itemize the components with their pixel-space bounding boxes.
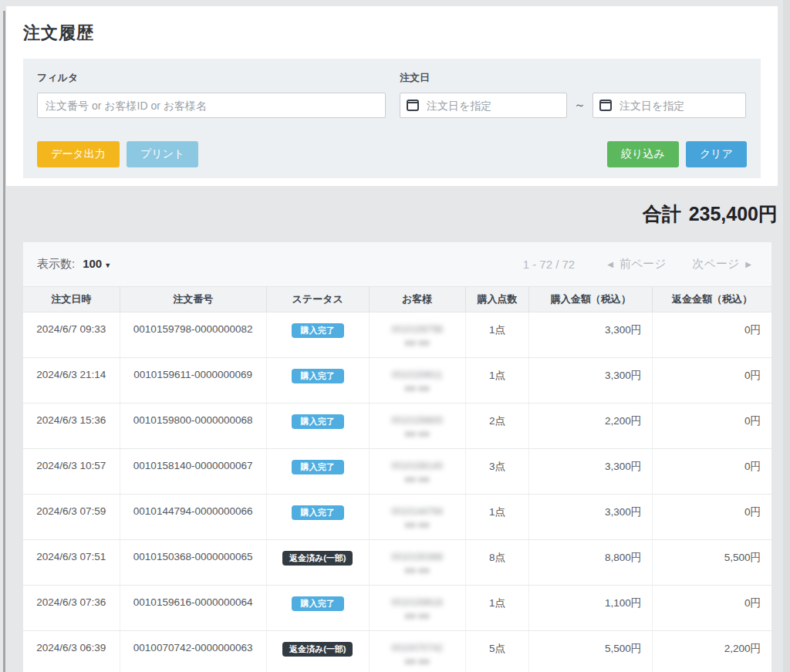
order-datetime: 2024/6/3 15:36	[23, 404, 120, 449]
refund-amount: 5,500円	[653, 540, 771, 586]
purchase-quantity: 8点	[465, 540, 528, 586]
purchase-quantity: 5点	[465, 631, 528, 672]
total-amount: 235,400円	[689, 201, 778, 227]
status-badge: 返金済み(一部)	[282, 551, 353, 566]
prev-page-label: 前ページ	[620, 257, 667, 272]
total-label: 合計	[643, 201, 681, 227]
status-badge: 購入完了	[292, 505, 344, 520]
refund-amount: 0円	[653, 586, 771, 631]
purchase-amount: 3,300円	[529, 312, 653, 358]
purchase-amount: 1,100円	[529, 586, 653, 631]
purchase-quantity: 1点	[465, 312, 528, 358]
refund-amount: 0円	[653, 358, 771, 404]
order-number: 0010158140-0000000067	[120, 449, 266, 495]
order-status: 購入完了	[266, 312, 369, 358]
order-date-from-input[interactable]	[427, 100, 560, 112]
order-row[interactable]: 2024/6/3 15:360010159800-0000000068購入完了0…	[23, 404, 771, 449]
table-header-row: 注文日時注文番号ステータスお客様購入点数購入金額（税込）返金金額（税込）	[23, 287, 771, 312]
purchase-amount: 3,300円	[529, 449, 653, 495]
apply-filter-button[interactable]: 絞り込み	[607, 141, 679, 167]
customer-redacted: 0010159800●● ●●	[369, 404, 465, 449]
order-status: 購入完了	[266, 495, 369, 540]
list-controls: 表示数: 100 ▼ 1 - 72 / 72 ◀ 前ページ 次ページ ▶	[23, 242, 771, 286]
scrollbar-track[interactable]	[783, 0, 790, 672]
refund-amount: 0円	[653, 404, 771, 449]
total-row: 合計 235,400円	[6, 186, 778, 242]
order-row[interactable]: 2024/6/3 07:590010144794-0000000066購入完了0…	[23, 495, 771, 540]
order-status: 購入完了	[266, 586, 369, 631]
purchase-quantity: 2点	[465, 404, 528, 449]
order-history-page: 注文履歴 フィルタ 注文日 ～	[6, 6, 778, 672]
order-row[interactable]: 2024/6/7 09:330010159798-0000000082購入完了0…	[23, 312, 771, 358]
status-badge: 購入完了	[292, 460, 344, 474]
order-date-to-field[interactable]	[592, 93, 746, 118]
data-export-button[interactable]: データ出力	[37, 141, 120, 167]
customer-name-redacted: ●● ●●	[374, 518, 461, 532]
order-number: 0010070742-0000000063	[120, 631, 266, 672]
next-page-button[interactable]: 次ページ ▶	[693, 257, 758, 272]
order-row[interactable]: 2024/6/3 21:140010159611-0000000069購入完了0…	[23, 358, 771, 404]
filter-card: 注文履歴 フィルタ 注文日 ～	[6, 6, 778, 186]
purchase-quantity: 1点	[465, 358, 528, 404]
window-left-border	[3, 11, 5, 672]
chevron-down-icon: ▼	[104, 262, 111, 269]
per-page-select[interactable]: 表示数: 100 ▼	[37, 257, 111, 272]
clear-filter-button[interactable]: クリア	[686, 141, 747, 167]
order-datetime: 2024/6/3 07:59	[23, 495, 120, 540]
order-status: 返金済み(一部)	[266, 540, 369, 586]
calendar-icon	[599, 100, 612, 111]
customer-name-redacted: ●● ●●	[374, 610, 461, 623]
customer-id-redacted: 0010070742	[374, 642, 461, 655]
keyword-search-input[interactable]	[37, 93, 386, 118]
column-header-6: 返金金額（税込）	[653, 287, 771, 312]
order-date-from-field[interactable]	[400, 93, 567, 118]
purchase-amount: 5,500円	[529, 631, 653, 672]
order-number: 0010144794-0000000066	[120, 495, 266, 540]
status-badge: 購入完了	[292, 323, 344, 338]
customer-redacted: 0010159611●● ●●	[369, 358, 465, 404]
column-header-0: 注文日時	[23, 287, 120, 312]
order-number: 0010159611-0000000069	[120, 358, 266, 404]
order-status: 購入完了	[266, 358, 369, 404]
customer-name-redacted: ●● ●●	[374, 564, 461, 577]
column-header-4: 購入点数	[465, 287, 528, 312]
purchase-amount: 3,300円	[529, 495, 653, 540]
customer-name-redacted: ●● ●●	[374, 336, 461, 350]
next-page-label: 次ページ	[693, 257, 740, 272]
order-number: 0010159616-0000000064	[120, 586, 266, 631]
purchase-quantity: 3点	[465, 449, 528, 495]
refund-amount: 2,200円	[653, 631, 771, 672]
purchase-quantity: 1点	[465, 586, 528, 631]
column-header-2: ステータス	[266, 287, 369, 312]
customer-redacted: 0010159616●● ●●	[369, 586, 465, 631]
order-number: 0010150368-0000000065	[120, 540, 266, 586]
customer-name-redacted: ●● ●●	[374, 382, 461, 395]
order-number: 0010159800-0000000068	[120, 404, 266, 449]
status-badge: 購入完了	[292, 369, 344, 383]
date-range-separator: ～	[574, 98, 586, 113]
per-page-label: 表示数:	[37, 257, 75, 272]
order-date-to-input[interactable]	[620, 100, 739, 112]
purchase-amount: 8,800円	[529, 540, 653, 586]
order-row[interactable]: 2024/6/3 07:510010150368-0000000065返金済み(…	[23, 540, 771, 586]
order-datetime: 2024/6/3 07:51	[23, 540, 120, 586]
order-number: 0010159798-0000000082	[120, 312, 266, 358]
purchase-amount: 2,200円	[529, 404, 653, 449]
column-header-5: 購入金額（税込）	[529, 287, 653, 312]
customer-name-redacted: ●● ●●	[374, 655, 461, 668]
print-button[interactable]: プリント	[127, 141, 198, 167]
order-status: 購入完了	[266, 449, 369, 495]
column-header-1: 注文番号	[120, 287, 266, 312]
prev-page-button[interactable]: ◀ 前ページ	[601, 257, 666, 272]
customer-id-redacted: 0010150368	[374, 551, 461, 564]
filter-label: フィルタ	[37, 71, 386, 85]
order-row[interactable]: 2024/6/3 07:360010159616-0000000064購入完了0…	[23, 586, 771, 631]
order-date-label: 注文日	[400, 71, 746, 85]
customer-id-redacted: 0010158140	[374, 460, 461, 473]
order-row[interactable]: 2024/6/3 10:570010158140-0000000067購入完了0…	[23, 449, 771, 495]
chevron-right-icon: ▶	[745, 260, 751, 268]
order-datetime: 2024/6/3 06:39	[23, 631, 120, 672]
pagination-range: 1 - 72 / 72	[523, 258, 576, 271]
order-row[interactable]: 2024/6/3 06:390010070742-0000000063返金済み(…	[23, 631, 771, 672]
chevron-left-icon: ◀	[607, 260, 613, 268]
